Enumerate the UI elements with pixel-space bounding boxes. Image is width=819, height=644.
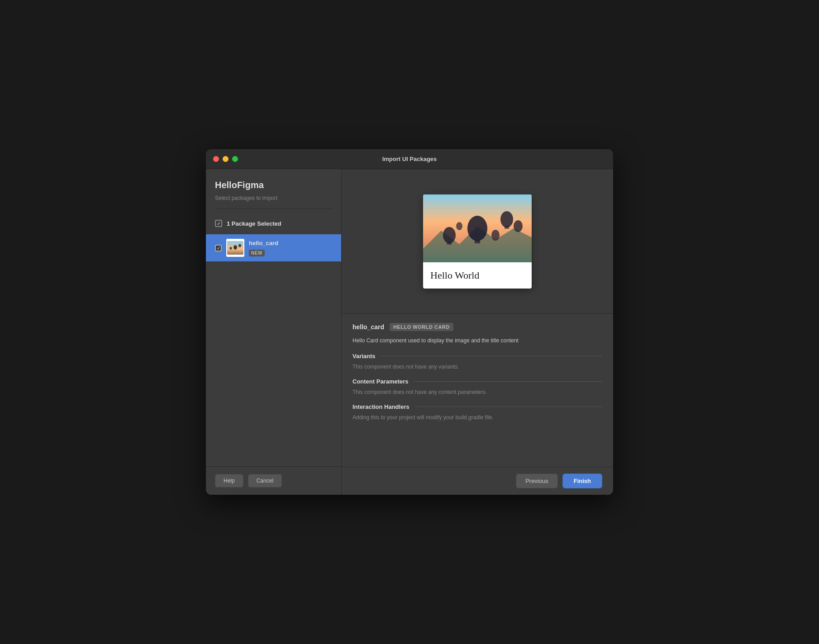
card-title-area: Hello World (423, 262, 532, 289)
import-dialog: Import UI Packages HelloFigma Select pac… (206, 149, 613, 495)
card-title: Hello World (430, 270, 524, 281)
package-checkbox[interactable]: ✓ (215, 245, 222, 251)
variants-text: This component does not have any variant… (352, 363, 602, 371)
svg-point-11 (443, 227, 456, 243)
window-title: Import UI Packages (382, 156, 437, 162)
finish-button[interactable]: Finish (562, 474, 602, 488)
svg-point-2 (238, 244, 241, 247)
detail-description: Hello Card component used to display the… (352, 336, 602, 345)
close-button[interactable] (213, 156, 219, 162)
titlebar: Import UI Packages (206, 149, 613, 169)
package-select-all[interactable]: ✓ 1 Package Selected (206, 216, 341, 231)
package-list: ✓ 1 Package Selected ✓ (206, 209, 341, 466)
package-info: hello_card NEW (249, 240, 332, 256)
svg-point-1 (233, 245, 237, 250)
thumbnail-image (227, 241, 243, 255)
svg-rect-9 (505, 226, 509, 229)
previous-button[interactable]: Previous (516, 474, 558, 488)
svg-point-6 (467, 216, 487, 241)
package-item-hello-card[interactable]: ✓ (206, 234, 341, 261)
help-button[interactable]: Help (215, 474, 243, 488)
right-panel: Hello World hello_card HELLO WORLD CARD … (342, 169, 613, 495)
sidebar-footer: Help Cancel (206, 466, 341, 495)
interaction-header: Interaction Handlers (352, 403, 602, 410)
content-params-line (414, 381, 602, 382)
detail-tag: HELLO WORLD CARD (390, 323, 453, 331)
card-image-svg (423, 194, 532, 262)
maximize-button[interactable] (232, 156, 238, 162)
detail-panel: hello_card HELLO WORLD CARD Hello Card c… (342, 314, 613, 467)
sidebar-subtitle: Select packages to import (215, 195, 332, 201)
svg-point-10 (514, 220, 523, 232)
app-name: HelloFigma (215, 180, 332, 190)
sidebar-header: HelloFigma Select packages to import (206, 169, 341, 208)
detail-name: hello_card (352, 323, 384, 331)
variants-header: Variants (352, 353, 602, 360)
interaction-text: Adding this to your project will modify … (352, 414, 602, 421)
package-thumbnail (226, 239, 244, 257)
bottom-nav: Previous Finish (342, 467, 613, 495)
detail-header: hello_card HELLO WORLD CARD (352, 323, 602, 331)
package-badge: NEW (249, 250, 265, 256)
variants-section: Variants This component does not have an… (352, 353, 602, 371)
content-params-header: Content Parameters (352, 378, 602, 385)
content-params-section: Content Parameters This component does n… (352, 378, 602, 396)
svg-point-13 (491, 230, 500, 241)
svg-rect-7 (475, 240, 480, 243)
interaction-title: Interaction Handlers (352, 403, 410, 410)
svg-point-8 (500, 211, 513, 227)
card-preview: Hello World (423, 194, 532, 289)
dialog-content: HelloFigma Select packages to import ✓ 1… (206, 169, 613, 495)
check-mark-icon: ✓ (217, 221, 221, 226)
window-controls (213, 156, 238, 162)
variants-title: Variants (352, 353, 376, 360)
preview-area: Hello World (342, 169, 613, 314)
variants-line (381, 356, 602, 356)
package-selected-label: 1 Package Selected (227, 220, 281, 227)
select-all-checkbox[interactable]: ✓ (215, 220, 222, 227)
minimize-button[interactable] (223, 156, 229, 162)
card-image (423, 194, 532, 262)
sidebar: HelloFigma Select packages to import ✓ 1… (206, 169, 342, 495)
cancel-button[interactable]: Cancel (248, 474, 282, 488)
svg-rect-12 (447, 242, 452, 245)
svg-point-14 (456, 222, 462, 230)
package-name: hello_card (249, 240, 332, 246)
interaction-line (415, 407, 602, 407)
check-icon: ✓ (217, 246, 220, 251)
interaction-section: Interaction Handlers Adding this to your… (352, 403, 602, 421)
svg-point-3 (230, 247, 232, 250)
content-params-text: This component does not have any content… (352, 388, 602, 396)
content-params-title: Content Parameters (352, 378, 409, 385)
